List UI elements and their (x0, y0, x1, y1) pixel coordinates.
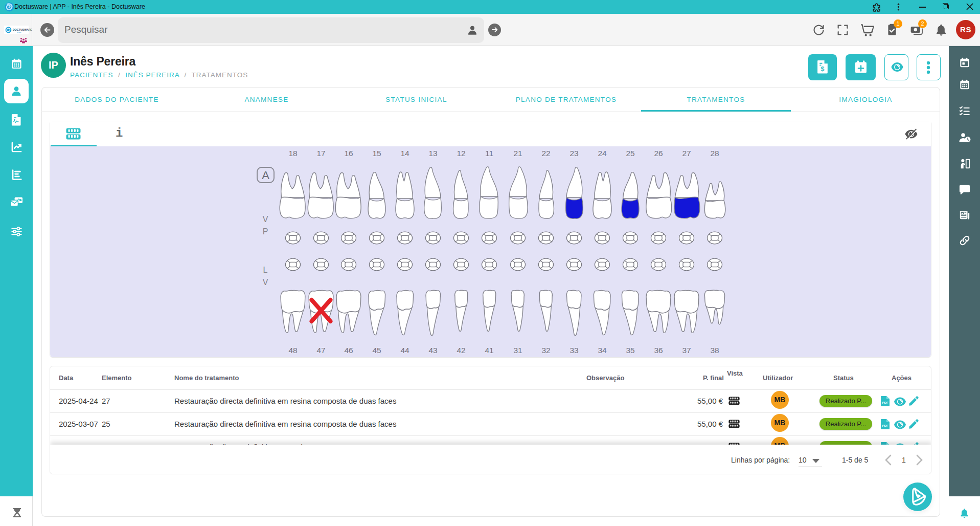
svg-text:43: 43 (428, 346, 437, 355)
svg-text:22: 22 (541, 149, 550, 158)
svg-text:13: 13 (428, 149, 437, 158)
svg-text:38: 38 (710, 346, 719, 355)
svg-text:23: 23 (569, 149, 578, 158)
svg-text:V: V (263, 215, 268, 224)
svg-text:33: 33 (569, 346, 578, 355)
svg-text:45: 45 (372, 346, 381, 355)
svg-text:V: V (263, 278, 268, 287)
svg-text:48: 48 (288, 346, 297, 355)
svg-text:24: 24 (598, 149, 607, 158)
svg-text:28: 28 (710, 149, 719, 158)
svg-text:$: $ (821, 65, 825, 73)
svg-text:25: 25 (626, 149, 634, 158)
svg-text:12: 12 (457, 149, 465, 158)
svg-text:17: 17 (316, 149, 325, 158)
svg-text:44: 44 (400, 346, 409, 355)
svg-text:46: 46 (344, 346, 353, 355)
svg-text:34: 34 (598, 346, 607, 355)
svg-text:L: L (263, 266, 268, 274)
svg-text:36: 36 (654, 346, 663, 355)
svg-text:27: 27 (682, 149, 691, 158)
svg-text:11: 11 (485, 149, 493, 158)
svg-text:14: 14 (400, 149, 409, 158)
svg-text:16: 16 (344, 149, 353, 158)
svg-text:PDF: PDF (882, 401, 888, 404)
svg-text:18: 18 (288, 149, 297, 158)
svg-text:37: 37 (682, 346, 691, 355)
svg-text:P: P (263, 227, 268, 236)
svg-text:15: 15 (372, 149, 381, 158)
svg-text:A: A (262, 169, 269, 182)
svg-text:42: 42 (457, 346, 465, 355)
svg-text:21: 21 (513, 149, 522, 158)
svg-text:32: 32 (541, 346, 550, 355)
svg-text:41: 41 (485, 346, 493, 355)
svg-text:31: 31 (513, 346, 522, 355)
svg-text:26: 26 (654, 149, 663, 158)
svg-text:35: 35 (626, 346, 634, 355)
svg-text:47: 47 (316, 346, 325, 355)
